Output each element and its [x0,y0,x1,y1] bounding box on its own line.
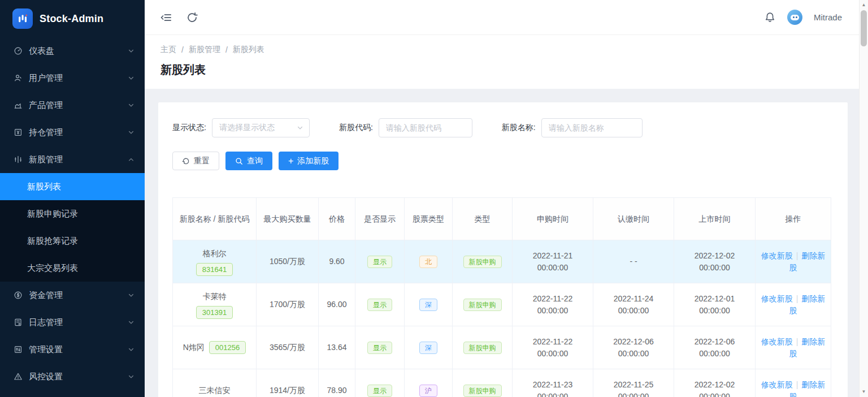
sidebar-item-风控设置[interactable]: 风控设置 [0,363,145,390]
user-name: Mitrade [814,12,842,22]
breadcrumb-separator: / [181,45,184,54]
submenu-新股管理: 新股列表新股申购记录新股抢筹记录大宗交易列表 [0,173,145,282]
stock-type-cell: 北 [405,240,453,283]
column-header: 是否显示 [355,198,405,240]
window-scrollbar[interactable]: ▲ ▼ [859,0,868,397]
sidebar-item-管理设置[interactable]: 管理设置 [0,336,145,363]
user-avatar[interactable] [787,10,802,25]
delete-stock-link[interactable]: 删除新股 [789,294,826,315]
chevron-down-icon [128,75,134,81]
type-cell: 新股申购 [453,283,513,326]
edit-stock-link[interactable]: 修改新股 [761,251,793,260]
actions-cell: 修改新股|删除新股 [756,369,831,397]
filter-row: 显示状态: 请选择显示状态 新股代码: 新股名称: [172,118,834,137]
button-row: 重置 查询 + 添加新股 [172,152,834,170]
reset-button[interactable]: 重置 [172,152,219,170]
search-button[interactable]: 查询 [225,152,272,170]
column-header: 认缴时间 [593,198,674,240]
page-header: 主页/新股管理/新股列表 新股列表 [145,35,868,89]
filter-table-card: 显示状态: 请选择显示状态 新股代码: 新股名称: [158,102,848,397]
stock-name-cell: N炜冈001256 [173,326,257,369]
sidebar-subitem-新股申购记录[interactable]: 新股申购记录 [0,200,145,227]
sidebar-item-日志管理[interactable]: 日志管理 [0,309,145,336]
chevron-down-icon [128,319,134,326]
list-time-cell: 2022-12-0600:00:00 [674,326,756,369]
delete-stock-link[interactable]: 删除新股 [789,380,826,397]
sidebar-nav: 仪表盘用户管理产品管理持仓管理新股管理新股列表新股申购记录新股抢筹记录大宗交易列… [0,37,145,390]
scrollbar-thumb[interactable] [861,10,867,46]
sidebar-subitem-大宗交易列表[interactable]: 大宗交易列表 [0,254,145,282]
sidebar-item-资金管理[interactable]: 资金管理 [0,282,145,309]
search-icon [235,157,243,165]
subscribe-time-cell: 2022-11-2200:00:00 [513,326,593,369]
sidebar-subitem-新股抢筹记录[interactable]: 新股抢筹记录 [0,227,145,254]
沪-badge: 沪 [419,385,437,397]
bell-icon[interactable] [765,12,776,23]
column-header: 操作 [756,198,831,240]
sidebar-subitem-新股列表[interactable]: 新股列表 [0,173,145,200]
visible-cell: 显示 [355,283,405,326]
products-icon [14,101,23,110]
max-buy-cell: 1050/万股 [257,240,319,283]
sidebar-item-仪表盘[interactable]: 仪表盘 [0,37,145,64]
collapse-sidebar-icon[interactable] [160,12,172,23]
breadcrumb-item-主页[interactable]: 主页 [160,45,176,55]
price-cell: 13.64 [319,326,355,369]
chevron-down-icon [128,102,134,109]
edit-stock-link[interactable]: 修改新股 [761,337,793,346]
actions-cell: 修改新股|删除新股 [756,326,831,369]
column-header: 上市时间 [674,198,756,240]
breadcrumb-item-新股管理[interactable]: 新股管理 [189,45,220,55]
app-logo[interactable]: Stock-Admin [0,0,145,37]
sidebar-item-新股管理[interactable]: 新股管理 [0,146,145,173]
新股申购-badge: 新股申购 [463,385,502,397]
新股申购-badge: 新股申购 [463,256,502,268]
main-area: Mitrade 主页/新股管理/新股列表 新股列表 显示状态: 请选择显示状态 [145,0,868,397]
visible-cell: 显示 [355,326,405,369]
stock-name-cell: 三未信安 [173,369,257,397]
subscribe-time-cell: 2022-11-2200:00:00 [513,283,593,326]
visible-cell: 显示 [355,240,405,283]
stock-admin-logo-icon [12,8,33,29]
breadcrumb-separator: / [225,45,228,54]
深-badge: 深 [419,342,437,354]
scroll-down-arrow-icon[interactable]: ▼ [860,387,868,396]
edit-stock-link[interactable]: 修改新股 [761,294,793,303]
page-title: 新股列表 [160,62,852,77]
stock-name-cell: 格利尔831641 [173,240,257,283]
column-header: 股票类型 [405,198,453,240]
code-input[interactable] [379,118,472,137]
risk-icon [14,372,23,381]
status-select[interactable]: 请选择显示状态 [212,118,310,137]
显示-badge: 显示 [367,256,392,268]
price-cell: 9.60 [319,240,355,283]
stock-code-badge: 831641 [196,263,233,276]
chevron-up-icon [128,156,134,163]
status-filter-label: 显示状态: [172,123,206,133]
type-cell: 新股申购 [453,369,513,397]
column-header: 申购时间 [513,198,593,240]
delete-stock-link[interactable]: 删除新股 [789,337,826,358]
stock-type-cell: 深 [405,326,453,369]
edit-stock-link[interactable]: 修改新股 [761,380,793,389]
sidebar-item-持仓管理[interactable]: 持仓管理 [0,119,145,146]
topbar: Mitrade [145,0,868,35]
delete-stock-link[interactable]: 删除新股 [789,251,826,272]
scroll-up-arrow-icon[interactable]: ▲ [860,1,868,10]
add-stock-button[interactable]: + 添加新股 [279,152,338,170]
refresh-icon[interactable] [186,12,198,23]
深-badge: 深 [419,299,437,311]
breadcrumb: 主页/新股管理/新股列表 [160,45,852,55]
sidebar-item-用户管理[interactable]: 用户管理 [0,64,145,92]
max-buy-cell: 3565/万股 [257,326,319,369]
pay-time-cell: 2022-11-2500:00:00 [593,369,674,397]
list-time-cell: 2022-12-0100:00:00 [674,283,756,326]
stock-name: 格利尔 [203,248,227,260]
sidebar-item-产品管理[interactable]: 产品管理 [0,92,145,119]
pay-time-cell: 2022-12-0600:00:00 [593,326,674,369]
name-input[interactable] [541,118,643,137]
type-cell: 新股申购 [453,240,513,283]
actions-cell: 修改新股|删除新股 [756,240,831,283]
新股申购-badge: 新股申购 [463,299,502,311]
stock-code-badge: 301391 [196,306,233,319]
